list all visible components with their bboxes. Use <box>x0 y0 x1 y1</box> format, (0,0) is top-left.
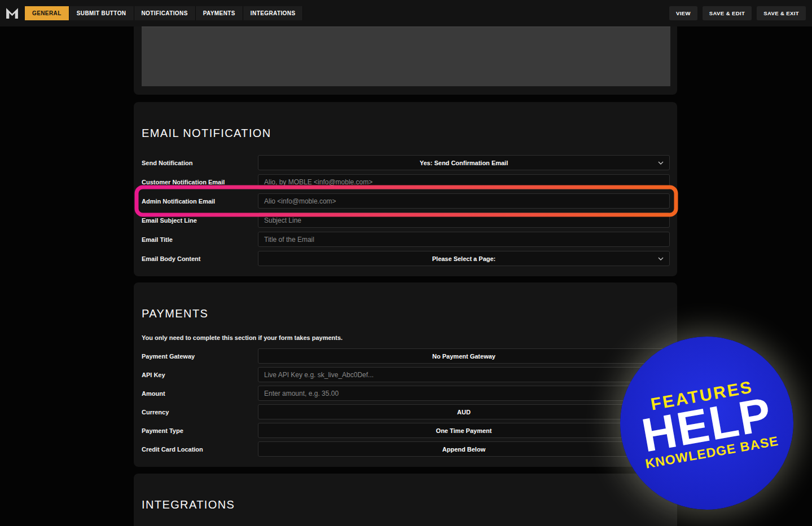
email-subject-line-input[interactable] <box>258 213 670 228</box>
payment-type-select[interactable]: One Time Payment <box>258 423 670 438</box>
tab-general[interactable]: GENERAL <box>25 6 69 20</box>
tab-integrations[interactable]: INTEGRATIONS <box>243 6 304 20</box>
field-label: Payment Type <box>142 427 183 434</box>
form-row-customer-notification-email: Customer Notification Email <box>134 174 677 189</box>
form-row-admin-notification-email: Admin Notification Email <box>134 193 677 209</box>
field-label: Payment Gateway <box>142 353 195 360</box>
form-row-email-subject-line: Email Subject Line <box>134 213 677 228</box>
payments-note: You only need to complete this section i… <box>142 334 343 341</box>
payments-title: PAYMENTS <box>142 307 208 320</box>
clipped-section-panel <box>134 26 677 95</box>
field-label: API Key <box>142 372 165 378</box>
help-badge-text: FEATURES HELP KNOWLEDGE BASE <box>607 323 807 524</box>
settings-tabs: GENERAL SUBMIT BUTTON NOTIFICATIONS PAYM… <box>25 6 303 20</box>
field-label: Amount <box>142 390 165 397</box>
field-label: Customer Notification Email <box>142 179 225 185</box>
form-row-currency: Currency AUD <box>134 404 677 419</box>
form-row-send-notification: Send Notification Yes: Send Confirmation… <box>134 155 677 170</box>
field-label: Credit Card Location <box>142 446 203 453</box>
integrations-title: INTEGRATIONS <box>142 498 235 511</box>
select-value: Yes: Send Confirmation Email <box>420 160 508 166</box>
select-value: No Payment Gateway <box>432 353 495 360</box>
topbar-actions: VIEW SAVE & EDIT SAVE & EXIT <box>669 6 806 20</box>
payments-section: PAYMENTS You only need to complete this … <box>134 282 677 467</box>
field-label: Currency <box>142 409 169 416</box>
field-label: Email Subject Line <box>142 217 197 224</box>
select-value: One Time Payment <box>436 427 492 434</box>
credit-card-location-select[interactable]: Append Below <box>258 441 670 457</box>
select-value: Append Below <box>442 446 485 453</box>
email-title-input[interactable] <box>258 232 670 247</box>
chevron-down-icon <box>658 161 664 165</box>
topbar: GENERAL SUBMIT BUTTON NOTIFICATIONS PAYM… <box>0 0 812 26</box>
select-value: Please Select a Page: <box>432 255 496 262</box>
amount-input[interactable] <box>258 386 670 401</box>
save-and-edit-button[interactable]: SAVE & EDIT <box>703 6 752 20</box>
select-value: AUD <box>457 409 471 416</box>
form-row-email-body-content: Email Body Content Please Select a Page: <box>134 251 677 266</box>
form-settings-page: GENERAL SUBMIT BUTTON NOTIFICATIONS PAYM… <box>0 0 812 526</box>
tab-payments[interactable]: PAYMENTS <box>196 6 243 20</box>
integrations-section: INTEGRATIONS <box>134 474 677 526</box>
view-button[interactable]: VIEW <box>669 6 697 20</box>
field-label: Admin Notification Email <box>142 198 215 205</box>
tab-notifications[interactable]: NOTIFICATIONS <box>134 6 196 20</box>
form-row-email-title: Email Title <box>134 232 677 247</box>
email-body-content-select[interactable]: Please Select a Page: <box>258 251 670 266</box>
field-label: Email Title <box>142 236 173 243</box>
api-key-input[interactable] <box>258 367 670 382</box>
currency-select[interactable]: AUD <box>258 404 670 419</box>
content-preview-box[interactable] <box>142 26 670 86</box>
field-label: Send Notification <box>142 160 192 166</box>
customer-notification-email-input[interactable] <box>258 174 670 189</box>
form-row-payment-type: Payment Type One Time Payment <box>134 423 677 438</box>
tab-submit-button[interactable]: SUBMIT BUTTON <box>69 6 134 20</box>
field-label: Email Body Content <box>142 255 201 262</box>
save-and-exit-button[interactable]: SAVE & EXIT <box>757 6 806 20</box>
moble-logo-icon[interactable] <box>5 6 19 20</box>
form-row-payment-gateway: Payment Gateway No Payment Gateway <box>134 348 677 364</box>
email-notification-title: EMAIL NOTIFICATION <box>142 127 271 140</box>
admin-notification-email-input[interactable] <box>258 193 670 209</box>
form-row-amount: Amount <box>134 386 677 401</box>
help-knowledge-base-badge[interactable]: FEATURES HELP KNOWLEDGE BASE <box>620 337 793 510</box>
send-notification-select[interactable]: Yes: Send Confirmation Email <box>258 155 670 170</box>
form-row-credit-card-location: Credit Card Location Append Below <box>134 441 677 457</box>
chevron-down-icon <box>658 257 664 260</box>
form-row-api-key: API Key <box>134 367 677 382</box>
email-notification-section: EMAIL NOTIFICATION Send Notification Yes… <box>134 102 677 276</box>
